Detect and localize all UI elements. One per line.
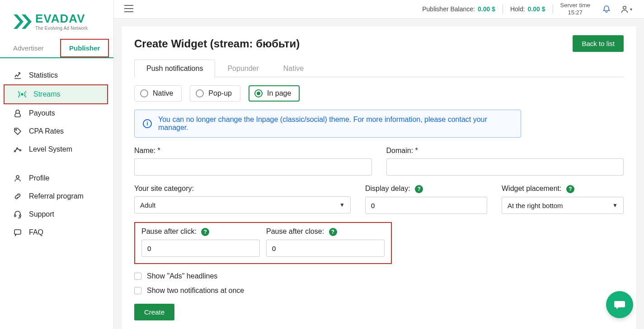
user-icon: [14, 174, 22, 182]
caret-down-icon: ▾: [630, 7, 632, 12]
form-row-1: Name: * Domain: *: [134, 147, 624, 176]
menu-toggle-icon[interactable]: [121, 2, 136, 17]
pause-close-input[interactable]: [266, 240, 385, 257]
stream-icon: [18, 90, 26, 98]
radio-inpage[interactable]: In page: [249, 85, 300, 102]
sidebar-item-payouts[interactable]: Payouts: [0, 104, 113, 122]
chat-fab[interactable]: [606, 291, 633, 318]
sidebar-item-referral[interactable]: Referral program: [0, 187, 113, 205]
sidebar-item-label: Referral program: [29, 192, 84, 200]
info-icon: i: [143, 119, 152, 128]
label-category: Your site category:: [134, 185, 351, 193]
sidebar-item-statistics[interactable]: Statistics: [0, 66, 113, 84]
logo-tagline: The Evolving Ad Network: [35, 26, 88, 31]
label-pause-click: Pause after click: ?: [141, 227, 260, 236]
sidebar-item-streams[interactable]: Streams: [4, 84, 108, 104]
radio-label: Pop-up: [208, 89, 232, 97]
push-type-radios: Native Pop-up In page: [134, 85, 624, 102]
radio-native[interactable]: Native: [134, 85, 182, 102]
info-text: You can no longer change the Inpage (cla…: [158, 116, 512, 132]
field-name: Name: *: [134, 147, 372, 176]
caret-down-icon: ▼: [612, 202, 618, 209]
svg-rect-7: [19, 215, 21, 217]
hold-label: Hold:: [510, 5, 525, 13]
checkbox-icon[interactable]: [134, 287, 141, 294]
widget-tabs: Push notifications Popunder Native: [134, 59, 624, 77]
form-row-2: Your site category: Adult ▼ Display dela…: [134, 185, 624, 214]
role-tab-advertiser[interactable]: Advertiser: [0, 39, 57, 57]
page-title: Create Widget (stream: бюбьти): [134, 37, 300, 50]
svg-rect-6: [14, 215, 16, 217]
field-display-delay: Display delay: ?: [365, 185, 487, 214]
tab-popunder[interactable]: Popunder: [215, 60, 271, 77]
radio-popup[interactable]: Pop-up: [190, 85, 240, 102]
sidebar-item-level-system[interactable]: Level System: [0, 140, 113, 158]
label-pause-close: Pause after close: ?: [266, 227, 385, 236]
chat-bubble-icon: [613, 298, 626, 311]
checkboxes: Show "Ads" headlines Show two notificati…: [134, 272, 624, 295]
create-widget-panel: Create Widget (stream: бюбьти) Back to l…: [121, 26, 637, 329]
checkbox-icon[interactable]: [134, 273, 141, 280]
radio-label: Native: [153, 89, 173, 97]
sidebar-item-support[interactable]: Support: [0, 205, 113, 223]
sidebar-item-label: Profile: [29, 174, 49, 182]
name-input[interactable]: [134, 158, 372, 176]
svg-point-1: [15, 129, 16, 130]
logo-brand: EVADAV: [35, 13, 88, 24]
display-delay-input[interactable]: [365, 197, 487, 214]
payout-icon: [14, 109, 22, 117]
field-widget-placement: Widget placement: ? At the right bottom …: [502, 185, 624, 214]
hold-balance: Hold: 0.00 $: [503, 5, 553, 13]
create-button[interactable]: Create: [134, 304, 174, 320]
domain-input[interactable]: [386, 158, 624, 176]
logo-icon: [13, 13, 33, 31]
sidebar-nav: Statistics Streams Payouts CPA Rates Lev: [0, 58, 113, 250]
hold-value: 0.00 $: [528, 5, 545, 13]
sidebar-item-cpa-rates[interactable]: CPA Rates: [0, 122, 113, 140]
notifications-icon[interactable]: [597, 2, 616, 16]
category-select[interactable]: Adult ▼: [134, 196, 351, 213]
publisher-balance: Publisher Balance: 0.00 $: [415, 5, 503, 13]
caret-down-icon: ▼: [339, 202, 345, 208]
label-domain: Domain: *: [386, 147, 624, 155]
role-tab-publisher[interactable]: Publisher: [57, 39, 114, 57]
pause-settings-highlight: Pause after click: ? Pause after close: …: [134, 222, 392, 264]
field-pause-click: Pause after click: ?: [141, 227, 260, 257]
sidebar-item-profile[interactable]: Profile: [0, 169, 113, 187]
tab-push-notifications[interactable]: Push notifications: [134, 60, 215, 77]
check-show-two[interactable]: Show two notifications at once: [134, 287, 624, 295]
chart-icon: [14, 71, 22, 79]
server-time-label: Server time: [560, 2, 590, 9]
radio-circle-icon: [140, 89, 148, 97]
back-to-list-button[interactable]: Back to list: [573, 35, 624, 52]
sidebar-item-faq[interactable]: FAQ: [0, 223, 113, 241]
tag-icon: [14, 127, 22, 135]
radio-circle-icon: [254, 89, 263, 97]
help-icon[interactable]: ?: [201, 228, 209, 236]
help-icon[interactable]: ?: [329, 228, 337, 236]
logo[interactable]: EVADAV The Evolving Ad Network: [0, 0, 113, 39]
label-name: Name: *: [134, 147, 372, 155]
logo-text: EVADAV The Evolving Ad Network: [35, 13, 88, 31]
sidebar-item-label: Payouts: [29, 109, 55, 117]
help-icon[interactable]: ?: [566, 185, 574, 193]
svg-point-9: [623, 6, 626, 9]
check-show-ads[interactable]: Show "Ads" headlines: [134, 272, 624, 280]
widget-placement-value: At the right bottom: [508, 202, 563, 209]
field-category: Your site category: Adult ▼: [134, 185, 351, 214]
help-icon[interactable]: ?: [415, 185, 423, 193]
widget-placement-select[interactable]: At the right bottom ▼: [502, 197, 624, 214]
role-tab-publisher-label: Publisher: [60, 39, 109, 57]
topbar: Publisher Balance: 0.00 $ Hold: 0.00 $ S…: [114, 0, 644, 19]
pause-click-input[interactable]: [141, 240, 260, 257]
svg-point-0: [21, 93, 23, 95]
check-label: Show two notifications at once: [147, 287, 244, 295]
info-banner: i You can no longer change the Inpage (c…: [134, 110, 521, 138]
user-menu[interactable]: ▾: [616, 2, 637, 16]
radio-circle-icon: [196, 89, 204, 97]
label-display-delay: Display delay: ?: [365, 185, 487, 193]
publisher-balance-value: 0.00 $: [478, 5, 495, 13]
svg-rect-8: [14, 230, 21, 234]
tab-native[interactable]: Native: [271, 60, 316, 77]
sidebar-item-label: CPA Rates: [29, 127, 64, 135]
